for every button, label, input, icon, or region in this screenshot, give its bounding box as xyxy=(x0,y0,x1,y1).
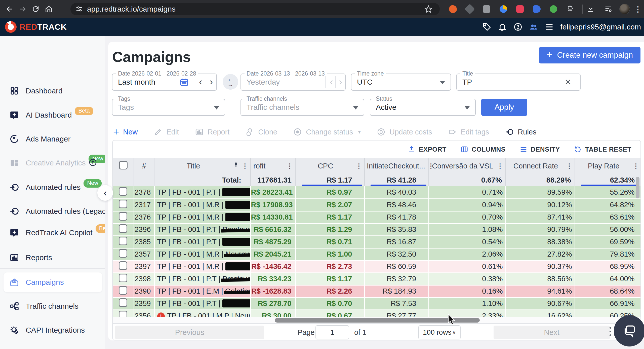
row-checkbox[interactable] xyxy=(119,286,127,295)
report-button[interactable]: Report xyxy=(195,128,229,136)
extension-icon-1[interactable] xyxy=(448,4,459,15)
horizontal-scrollbar[interactable] xyxy=(113,317,640,323)
apply-button[interactable]: Apply xyxy=(481,99,527,116)
sidebar-item-offers[interactable]: Offers xyxy=(0,346,105,349)
extension-icon-3[interactable] xyxy=(481,4,492,15)
bookmark-star-icon[interactable] xyxy=(424,5,433,13)
campaign-title[interactable]: TP | FB - 001 | E.M | Gelatina Pr xyxy=(154,285,251,297)
clone-button[interactable]: Clone xyxy=(246,128,277,136)
promo-tag-icon[interactable] xyxy=(482,22,491,31)
clear-icon[interactable]: ✕ xyxy=(565,74,572,90)
notifications-bell-icon[interactable] xyxy=(498,22,507,31)
sidebar-item-campaigns[interactable]: Campaigns xyxy=(0,274,105,290)
vertical-scrollbar[interactable] xyxy=(636,162,639,313)
redtrack-logo-icon[interactable] xyxy=(5,21,17,33)
col-header-play-rate[interactable]: Play Rate⋮ xyxy=(575,158,640,174)
brand-name[interactable]: REDTRACK xyxy=(20,22,67,32)
address-bar[interactable]: app.redtrack.io/campaigns xyxy=(70,3,440,15)
browser-back-icon[interactable] xyxy=(3,3,16,16)
extension-icon-7[interactable] xyxy=(548,4,559,15)
timezone-select[interactable]: Time zone UTC xyxy=(351,74,451,91)
browser-refresh-icon[interactable] xyxy=(29,3,42,16)
browser-home-icon[interactable] xyxy=(42,3,55,16)
export-button[interactable]: EXPORT xyxy=(408,146,447,153)
title-filter-field[interactable]: Title TP ✕ xyxy=(456,74,581,91)
column-menu-icon[interactable]: ⋮ xyxy=(242,162,248,170)
col-header-initiatecheckout[interactable]: InitiateCheckout...⋮ xyxy=(365,158,429,174)
compare-date-field[interactable]: Date 2026-03-13 - 2026-03-13 Yesterday ‹… xyxy=(240,74,346,91)
col-header-title[interactable]: Title⋮ xyxy=(154,158,251,174)
create-campaign-button[interactable]: +Create new campaign xyxy=(539,47,640,63)
campaign-title[interactable]: TP | FB - 001 | M.R | Neurovex xyxy=(154,248,251,260)
column-menu-icon[interactable]: ⋮ xyxy=(566,162,573,170)
campaign-title[interactable]: TP | FB - 001 | P.T | Prostavex | xyxy=(154,273,251,285)
sidebar-item-capi-integrations[interactable]: CAPI Integrations xyxy=(0,322,105,338)
browser-menu-icon[interactable]: ⋮ xyxy=(631,3,644,16)
row-checkbox[interactable] xyxy=(119,249,127,258)
rows-per-page-select[interactable]: 100 rows∨ xyxy=(418,325,461,339)
date-range-field[interactable]: Date 2026-02-01 - 2026-02-28 Last month … xyxy=(112,74,217,91)
sidebar-item-dashboard[interactable]: Dashboard xyxy=(0,83,105,99)
sidebar-item-creative-analytics[interactable]: Creative Analytics New xyxy=(0,155,105,171)
vertical-scrollbar-thumb[interactable] xyxy=(636,177,639,198)
community-users-icon[interactable] xyxy=(529,22,538,31)
reading-list-icon[interactable] xyxy=(602,3,615,16)
row-checkbox[interactable] xyxy=(119,311,127,317)
column-menu-icon[interactable]: ⋮ xyxy=(497,162,503,170)
calendar-icon[interactable] xyxy=(180,78,189,87)
extension-icon-5[interactable] xyxy=(514,4,526,15)
compare-dates-button[interactable]: ←→ xyxy=(223,74,238,90)
status-select[interactable]: Status Active xyxy=(370,99,476,116)
row-checkbox[interactable] xyxy=(119,298,127,307)
table-reset-button[interactable]: TABLE RESET xyxy=(574,146,631,153)
upgrade-icon[interactable] xyxy=(89,158,97,168)
page-number-input[interactable] xyxy=(315,325,349,339)
date-next-icon[interactable]: › xyxy=(339,74,342,90)
campaign-title[interactable]: TP | FB - 001 | P.T | Prostavex | xyxy=(154,236,251,248)
date-next-icon[interactable]: › xyxy=(210,74,213,90)
new-button[interactable]: +New xyxy=(113,127,138,137)
rules-button[interactable]: Rules xyxy=(505,128,536,136)
edit-button[interactable]: Edit xyxy=(154,128,179,136)
sidebar-item-ai-copilot[interactable]: RedTrack AI Copilot Beta xyxy=(0,225,105,241)
downloads-icon[interactable] xyxy=(584,3,597,16)
campaign-title[interactable]: TP | FB - 001 | P.T | Prostavex | xyxy=(154,297,251,310)
traffic-channels-select[interactable]: Traffic channels Traffic channels xyxy=(240,99,364,116)
columns-button[interactable]: COLUMNS xyxy=(461,146,506,153)
sidebar-item-reports[interactable]: Reports xyxy=(0,250,105,266)
row-checkbox[interactable] xyxy=(119,261,127,270)
next-page-button[interactable]: Next xyxy=(494,326,610,339)
campaign-title[interactable]: TP | FB - 001 | P.T | Prostavex | xyxy=(154,223,251,236)
col-header-cpc[interactable]: CPC⋮ xyxy=(295,158,365,174)
change-status-button[interactable]: Change status▾ xyxy=(293,128,361,136)
browser-profile-avatar[interactable] xyxy=(619,4,630,14)
edit-tags-button[interactable]: Edit tags xyxy=(448,128,489,136)
user-email[interactable]: felipepris95@gmail.com xyxy=(560,23,641,31)
density-button[interactable]: DENSITY xyxy=(520,146,560,153)
browser-forward-icon[interactable] xyxy=(16,3,29,16)
row-checkbox[interactable] xyxy=(119,237,127,245)
extension-icon-2[interactable] xyxy=(464,4,475,15)
campaign-title[interactable]: TP | FB - 001 | M.R | Neurovex xyxy=(154,260,251,273)
account-menu-icon[interactable] xyxy=(545,22,554,31)
row-checkbox[interactable] xyxy=(119,224,127,233)
select-all-checkbox[interactable] xyxy=(119,161,128,169)
column-menu-icon[interactable]: ⋮ xyxy=(356,162,362,170)
campaign-title[interactable]: TP | FB - 001 | P.T | Prostavex | xyxy=(154,186,251,199)
date-prev-icon[interactable]: ‹ xyxy=(330,74,333,90)
row-checkbox[interactable] xyxy=(119,212,127,221)
row-checkbox[interactable] xyxy=(119,200,127,208)
help-icon[interactable] xyxy=(513,22,522,31)
site-settings-icon[interactable] xyxy=(75,5,83,13)
sidebar-item-automated-rules-legacy[interactable]: Automated rules (Legacy) xyxy=(0,203,105,219)
support-chat-button[interactable] xyxy=(614,315,644,346)
sidebar-item-traffic-channels[interactable]: Traffic channels xyxy=(0,298,105,314)
campaign-title[interactable]: !TP | FB - 001 | M.P | Neurovs xyxy=(154,310,251,317)
col-header-connect-rate[interactable]: Connect Rate⋮ xyxy=(506,158,575,174)
date-prev-icon[interactable]: ‹ xyxy=(199,74,202,90)
sidebar-item-ads-manager[interactable]: Ads Manager xyxy=(0,131,105,147)
campaign-title[interactable]: TP | FB - 001 | M.R | Neurovex xyxy=(154,211,251,223)
extension-icon-4[interactable] xyxy=(498,4,509,15)
campaign-title[interactable]: TP | FB - 001 | M.R | Neurovex xyxy=(154,199,251,211)
row-checkbox[interactable] xyxy=(119,187,127,196)
